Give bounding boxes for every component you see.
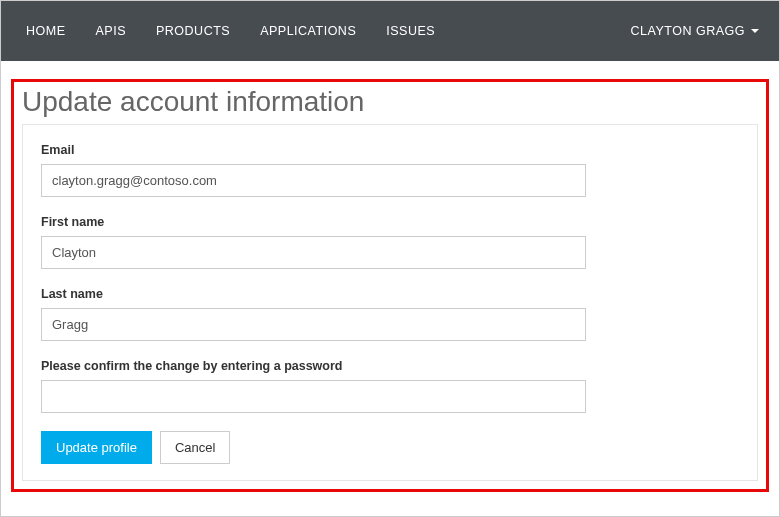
user-menu[interactable]: CLAYTON GRAGG: [621, 24, 769, 38]
nav-products[interactable]: PRODUCTS: [141, 3, 245, 59]
last-name-label: Last name: [41, 287, 739, 301]
highlight-box: Update account information Email First n…: [11, 79, 769, 492]
last-name-field[interactable]: [41, 308, 586, 341]
email-label: Email: [41, 143, 739, 157]
content-area: Update account information Email First n…: [1, 61, 779, 502]
form-group-email: Email: [41, 143, 739, 197]
user-menu-label: CLAYTON GRAGG: [631, 24, 745, 38]
first-name-label: First name: [41, 215, 739, 229]
password-field[interactable]: [41, 380, 586, 413]
form-panel: Email First name Last name Please confir…: [22, 124, 758, 481]
button-row: Update profile Cancel: [41, 431, 739, 464]
page-title: Update account information: [22, 86, 758, 118]
nav-applications[interactable]: APPLICATIONS: [245, 3, 371, 59]
top-navbar: HOME APIS PRODUCTS APPLICATIONS ISSUES C…: [1, 1, 779, 61]
nav-issues[interactable]: ISSUES: [371, 3, 450, 59]
form-group-password: Please confirm the change by entering a …: [41, 359, 739, 413]
nav-home[interactable]: HOME: [11, 3, 81, 59]
email-field[interactable]: [41, 164, 586, 197]
update-profile-button[interactable]: Update profile: [41, 431, 152, 464]
first-name-field[interactable]: [41, 236, 586, 269]
form-group-lastname: Last name: [41, 287, 739, 341]
caret-down-icon: [751, 29, 759, 33]
password-label: Please confirm the change by entering a …: [41, 359, 739, 373]
nav-left: HOME APIS PRODUCTS APPLICATIONS ISSUES: [11, 3, 450, 59]
form-group-firstname: First name: [41, 215, 739, 269]
cancel-button[interactable]: Cancel: [160, 431, 230, 464]
nav-apis[interactable]: APIS: [81, 3, 142, 59]
